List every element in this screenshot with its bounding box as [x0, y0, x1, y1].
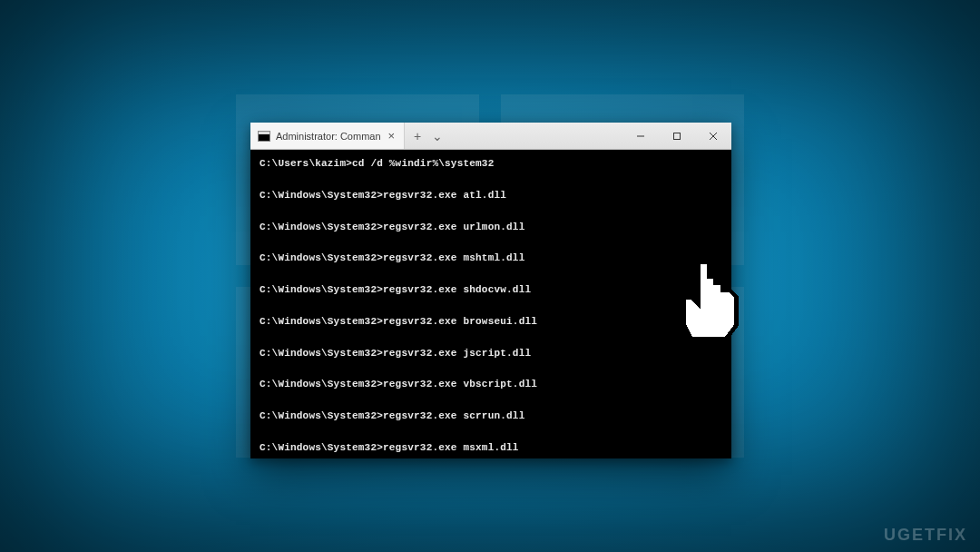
terminal-line: C:\Windows\System32>regsvr32.exe shdocvw… [260, 285, 722, 295]
tab-dropdown-button[interactable]: ⌄ [432, 129, 443, 143]
svg-rect-1 [674, 133, 681, 139]
tab-title: Administrator: Command Prom [276, 131, 380, 142]
terminal-line: C:\Windows\System32>regsvr32.exe scrrun.… [260, 411, 722, 421]
terminal-line: C:\Windows\System32>regsvr32.exe msxml.d… [260, 443, 722, 453]
terminal-body[interactable]: C:\Users\kazim>cd /d %windir%\system32C:… [250, 150, 731, 458]
new-tab-button[interactable]: + [414, 129, 421, 143]
terminal-line: C:\Windows\System32>regsvr32.exe vbscrip… [260, 380, 722, 389]
terminal-line: C:\Windows\System32>regsvr32.exe atl.dll [260, 191, 722, 201]
terminal-line: C:\Windows\System32>regsvr32.exe mshtml.… [260, 253, 722, 263]
tab-close-button[interactable]: × [386, 129, 397, 143]
terminal-line: C:\Windows\System32>regsvr32.exe browseu… [260, 317, 722, 327]
titlebar: Administrator: Command Prom × + ⌄ [250, 123, 731, 150]
tab-controls: + ⌄ [405, 123, 452, 149]
terminal-line: C:\Users\kazim>cd /d %windir%\system32 [260, 159, 722, 169]
watermark: UGETFIX [884, 526, 967, 545]
cmd-icon [258, 131, 270, 142]
terminal-line: C:\Windows\System32>regsvr32.exe jscript… [260, 349, 722, 359]
close-button[interactable] [695, 123, 731, 149]
maximize-button[interactable] [659, 123, 695, 149]
active-tab[interactable]: Administrator: Command Prom × [250, 123, 405, 149]
minimize-button[interactable] [622, 123, 659, 149]
terminal-line: C:\Windows\System32>regsvr32.exe urlmon.… [260, 222, 722, 232]
window-controls [622, 123, 731, 149]
terminal-window: Administrator: Command Prom × + ⌄ C:\Use… [250, 123, 731, 458]
